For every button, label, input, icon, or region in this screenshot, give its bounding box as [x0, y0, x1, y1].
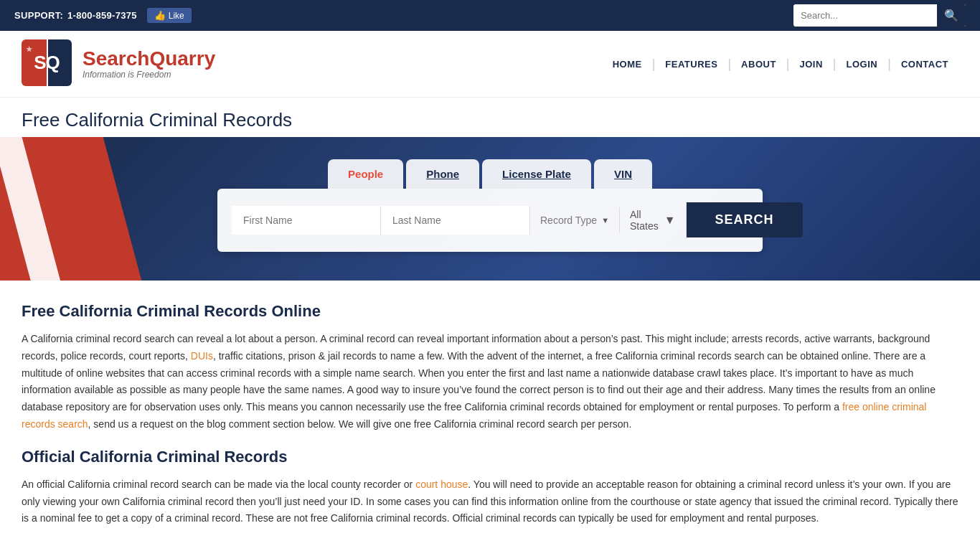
- topbar-left: SUPPORT: 1-800-859-7375 👍 Like: [14, 8, 192, 23]
- search-form: Record Type ▼ All States ▼ SEARCH: [217, 189, 763, 252]
- facebook-like-button[interactable]: 👍 Like: [147, 8, 192, 23]
- logo-brand: SearchQuarry: [83, 48, 215, 70]
- tab-people-wrapper: People: [328, 159, 403, 189]
- all-states-label: All States: [630, 209, 659, 232]
- logo-brand-second: Quarry: [149, 47, 215, 70]
- section2-paragraph: An official California criminal record s…: [22, 476, 958, 527]
- logo-brand-first: Search: [83, 47, 149, 70]
- search-container: People Phone License Plate VIN Record Ty…: [217, 159, 763, 252]
- search-tabs: People Phone License Plate VIN: [217, 159, 763, 189]
- logo-tagline: Information is Freedom: [83, 70, 215, 80]
- support-label: SUPPORT: 1-800-859-7375: [14, 10, 137, 21]
- tab-phone-wrapper: Phone: [406, 159, 479, 189]
- top-search-bar: 🔍: [793, 4, 966, 27]
- section1-heading: Free California Criminal Records Online: [22, 302, 958, 321]
- section1-text3: , send us a request on the blog comment …: [88, 418, 632, 430]
- top-search-input[interactable]: [793, 6, 937, 24]
- nav-login[interactable]: LOGIN: [837, 59, 888, 70]
- tab-license-wrapper: License Plate: [482, 159, 591, 189]
- like-label: Like: [169, 11, 184, 21]
- top-bar: SUPPORT: 1-800-859-7375 👍 Like 🔍: [0, 0, 980, 31]
- hero-banner: ★ ★ ★ ★ ★ ★ ★ ★ ★ ★ ★ ★ ★ ★ ★ ★ ★ ★ ★ ★ …: [0, 137, 980, 281]
- record-type-arrow: ▼: [601, 216, 609, 225]
- section2-heading: Official California Criminal Records: [22, 448, 958, 466]
- thumbs-up-icon: 👍: [154, 10, 166, 21]
- last-name-input[interactable]: [381, 206, 530, 235]
- nav-home[interactable]: HOME: [603, 59, 652, 70]
- page-title: Free California Criminal Records: [22, 109, 958, 131]
- nav-contact[interactable]: CONTACT: [891, 59, 958, 70]
- search-button[interactable]: SEARCH: [687, 202, 803, 237]
- topbar-right: 🔍: [793, 4, 966, 27]
- page-title-section: Free California Criminal Records: [0, 98, 980, 137]
- record-type-label: Record Type: [540, 215, 597, 226]
- logo-letters: SQ: [34, 52, 60, 74]
- nav-features[interactable]: FEATURES: [655, 59, 727, 70]
- state-select[interactable]: All States ▼: [620, 202, 687, 239]
- duis-link[interactable]: DUIs: [191, 350, 213, 362]
- support-phone: 1-800-859-7375: [67, 10, 137, 21]
- tab-phone[interactable]: Phone: [426, 168, 459, 180]
- court-house-link[interactable]: court house: [415, 479, 468, 490]
- tab-vin[interactable]: VIN: [614, 168, 632, 180]
- tab-license-plate[interactable]: License Plate: [502, 168, 571, 180]
- section2-text1: An official California criminal record s…: [22, 479, 415, 490]
- section1-paragraph: A California criminal record search can …: [22, 331, 958, 433]
- nav-join[interactable]: JOIN: [790, 59, 833, 70]
- top-search-button[interactable]: 🔍: [937, 4, 966, 27]
- logo-box: SQ ★: [22, 39, 72, 86]
- logo-icon-wrap: SQ ★: [22, 39, 79, 88]
- nav-about[interactable]: ABOUT: [731, 59, 786, 70]
- header: SQ ★ SearchQuarry Information is Freedom…: [0, 31, 980, 98]
- content-area: Free California Criminal Records Online …: [0, 281, 980, 551]
- logo-area: SQ ★ SearchQuarry Information is Freedom: [22, 39, 215, 88]
- main-nav: HOME | FEATURES | ABOUT | JOIN | LOGIN |…: [603, 57, 958, 72]
- flag-background: ★ ★ ★ ★ ★ ★ ★ ★ ★ ★ ★ ★ ★ ★ ★ ★ ★ ★ ★ ★ …: [0, 137, 201, 281]
- tab-vin-wrapper: VIN: [594, 159, 652, 189]
- record-type-select[interactable]: Record Type ▼: [530, 207, 620, 233]
- logo-text: SearchQuarry Information is Freedom: [83, 48, 215, 80]
- tab-people[interactable]: People: [348, 168, 383, 180]
- first-name-input[interactable]: [232, 206, 381, 235]
- logo-star: ★: [26, 45, 32, 53]
- support-text: SUPPORT:: [14, 10, 63, 21]
- state-arrow: ▼: [664, 214, 676, 227]
